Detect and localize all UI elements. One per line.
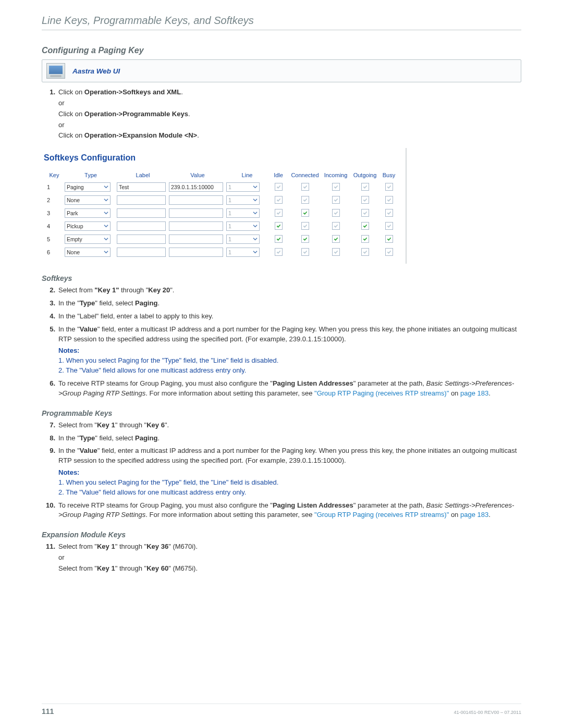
step-list-expmod: 11. Select from "Key 1" through "Key 36"…	[42, 542, 521, 574]
busy-checkbox[interactable]	[385, 248, 393, 256]
note-line: 1. When you select Paging for the "Type"…	[58, 478, 521, 488]
value-input[interactable]	[169, 235, 223, 244]
step-or: or	[58, 553, 521, 563]
type-select[interactable]: Pickup	[65, 221, 111, 231]
outgoing-checkbox[interactable]	[361, 235, 369, 243]
idle-cell	[268, 196, 289, 204]
value-input[interactable]	[169, 248, 223, 257]
type-select[interactable]: None	[65, 195, 111, 205]
label-input[interactable]	[117, 235, 166, 244]
value-input[interactable]	[169, 208, 223, 218]
idle-checkbox[interactable]	[275, 209, 283, 217]
label-input[interactable]	[117, 195, 166, 205]
key-number: 2	[44, 197, 65, 203]
outgoing-cell	[350, 235, 380, 243]
outgoing-cell	[350, 222, 380, 230]
connected-checkbox[interactable]	[301, 196, 309, 204]
busy-checkbox[interactable]	[385, 209, 393, 217]
incoming-checkbox[interactable]	[332, 209, 340, 217]
line-select[interactable]: 1	[226, 221, 260, 231]
step-number: 3.	[42, 299, 55, 309]
value-input[interactable]	[169, 195, 223, 205]
line-select[interactable]: 1	[226, 195, 260, 205]
type-value: Pickup	[67, 223, 83, 229]
idle-checkbox[interactable]	[275, 183, 283, 191]
incoming-checkbox[interactable]	[332, 248, 340, 256]
outgoing-checkbox[interactable]	[361, 222, 369, 230]
step-text: Select from "Key 1" through "Key 6".	[58, 421, 169, 429]
chevron-down-icon	[251, 236, 259, 243]
idle-cell	[268, 248, 289, 256]
type-value: Empty	[67, 236, 82, 242]
type-select[interactable]: Park	[65, 208, 111, 218]
col-label: Label	[117, 170, 169, 180]
busy-checkbox[interactable]	[385, 196, 393, 204]
incoming-checkbox[interactable]	[332, 183, 340, 191]
key-number: 5	[44, 236, 65, 242]
step-text: In the "Value" field, enter a multicast …	[58, 447, 517, 464]
cross-ref-link[interactable]: "Group RTP Paging (receives RTP streams)…	[314, 511, 449, 519]
label-input[interactable]	[117, 248, 166, 257]
notes-label: Notes:	[58, 346, 521, 356]
busy-cell	[380, 235, 398, 243]
incoming-checkbox[interactable]	[332, 235, 340, 243]
table-row: 4Pickup1	[44, 219, 403, 232]
step-number: 8.	[42, 434, 55, 443]
outgoing-checkbox[interactable]	[361, 183, 369, 191]
incoming-checkbox[interactable]	[332, 196, 340, 204]
type-select[interactable]: Paging	[65, 182, 111, 192]
connected-cell	[289, 248, 321, 256]
document-page: Line Keys, Programmable Keys, and Softke…	[0, 0, 563, 728]
label-input[interactable]	[117, 208, 166, 218]
label-input[interactable]: Test	[117, 182, 166, 192]
line-select[interactable]: 1	[226, 208, 260, 218]
connected-checkbox[interactable]	[301, 235, 309, 243]
idle-cell	[268, 222, 289, 230]
step-text: Select from "Key 1" through "Key 20".	[58, 286, 174, 294]
step-2: 2. Select from "Key 1" through "Key 20".	[42, 286, 521, 295]
step-number: 1.	[42, 88, 55, 97]
connected-checkbox[interactable]	[301, 183, 309, 191]
incoming-checkbox[interactable]	[332, 222, 340, 230]
idle-checkbox[interactable]	[275, 235, 283, 243]
busy-cell	[380, 196, 398, 204]
label-input[interactable]	[117, 221, 166, 231]
busy-checkbox[interactable]	[385, 183, 393, 191]
page-ref-link[interactable]: page 183	[460, 511, 488, 519]
outgoing-checkbox[interactable]	[361, 248, 369, 256]
type-select[interactable]: None	[65, 248, 111, 257]
step-text: Click on Operation->Programmable Keys.	[58, 110, 190, 118]
table-row: 3Park1	[44, 206, 403, 219]
outgoing-checkbox[interactable]	[361, 209, 369, 217]
value-input[interactable]	[169, 221, 223, 231]
step-number: 4.	[42, 312, 55, 322]
outgoing-checkbox[interactable]	[361, 196, 369, 204]
busy-checkbox[interactable]	[385, 235, 393, 243]
col-connected: Connected	[289, 170, 321, 180]
line-select[interactable]: 1	[226, 235, 260, 244]
idle-checkbox[interactable]	[275, 222, 283, 230]
step-9: 9. In the "Value" field, enter a multica…	[42, 446, 521, 497]
step-10: 10. To receive RTP steams for Group Pagi…	[42, 501, 521, 521]
col-idle: Idle	[268, 170, 289, 180]
connected-checkbox[interactable]	[301, 222, 309, 230]
busy-checkbox[interactable]	[385, 222, 393, 230]
line-select[interactable]: 1	[226, 182, 260, 192]
connected-checkbox[interactable]	[301, 209, 309, 217]
page-header: Line Keys, Programmable Keys, and Softke…	[42, 15, 521, 30]
type-select[interactable]: Empty	[65, 235, 111, 244]
idle-checkbox[interactable]	[275, 196, 283, 204]
step-8: 8. In the "Type" field, select Paging.	[42, 434, 521, 443]
incoming-cell	[321, 248, 350, 256]
line-select[interactable]: 1	[226, 248, 260, 257]
screenshot-title: Softkeys Configuration	[44, 153, 403, 163]
step-6: 6. To receive RTP steams for Group Pagin…	[42, 379, 521, 399]
connected-checkbox[interactable]	[301, 248, 309, 256]
col-line: Line	[226, 170, 268, 180]
cross-ref-link[interactable]: "Group RTP Paging (receives RTP streams)…	[314, 389, 449, 397]
value-input[interactable]: 239.0.1.15:10000	[169, 182, 223, 192]
page-ref-link[interactable]: page 183	[460, 389, 488, 397]
idle-cell	[268, 235, 289, 243]
idle-checkbox[interactable]	[275, 248, 283, 256]
idle-cell	[268, 183, 289, 191]
